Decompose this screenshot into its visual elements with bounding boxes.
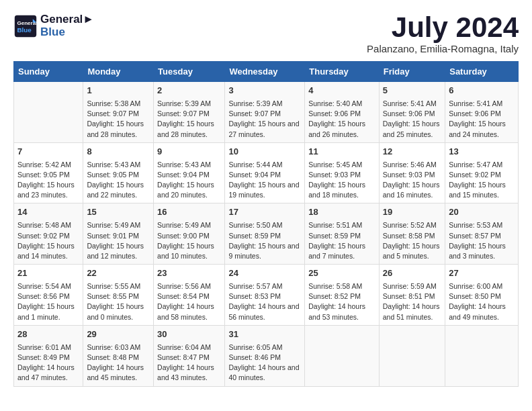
col-thursday: Thursday bbox=[305, 62, 380, 82]
day-info: Sunrise: 5:46 AMSunset: 9:03 PMDaylight:… bbox=[383, 160, 441, 201]
calendar-cell: 24Sunrise: 5:57 AMSunset: 8:53 PMDayligh… bbox=[225, 265, 305, 326]
calendar-cell: 28Sunrise: 6:01 AMSunset: 8:49 PMDayligh… bbox=[14, 325, 83, 386]
calendar-cell bbox=[305, 325, 380, 386]
calendar-cell: 1Sunrise: 5:38 AMSunset: 9:07 PMDaylight… bbox=[83, 82, 154, 143]
day-number: 24 bbox=[228, 267, 301, 280]
day-number: 15 bbox=[87, 206, 150, 219]
calendar-cell: 18Sunrise: 5:51 AMSunset: 8:59 PMDayligh… bbox=[305, 203, 380, 265]
month-title: July 2024 bbox=[367, 13, 519, 42]
calendar-cell: 30Sunrise: 6:04 AMSunset: 8:47 PMDayligh… bbox=[154, 325, 225, 386]
day-info: Sunrise: 5:55 AMSunset: 8:55 PMDaylight:… bbox=[87, 281, 150, 322]
header: General Blue General► Blue July 2024 Pal… bbox=[13, 13, 519, 54]
day-number: 11 bbox=[308, 146, 375, 158]
calendar-cell: 25Sunrise: 5:58 AMSunset: 8:52 PMDayligh… bbox=[305, 265, 380, 326]
day-number: 21 bbox=[17, 267, 79, 280]
day-info: Sunrise: 6:00 AMSunset: 8:50 PMDaylight:… bbox=[449, 281, 515, 322]
day-info: Sunrise: 5:40 AMSunset: 9:06 PMDaylight:… bbox=[308, 99, 375, 140]
day-info: Sunrise: 5:51 AMSunset: 8:59 PMDaylight:… bbox=[308, 220, 375, 261]
page-container: General Blue General► Blue July 2024 Pal… bbox=[13, 13, 519, 387]
calendar-cell: 11Sunrise: 5:45 AMSunset: 9:03 PMDayligh… bbox=[305, 142, 380, 203]
calendar-cell: 31Sunrise: 6:05 AMSunset: 8:46 PMDayligh… bbox=[225, 325, 305, 386]
calendar-cell: 14Sunrise: 5:48 AMSunset: 9:02 PMDayligh… bbox=[14, 203, 83, 265]
calendar-cell: 17Sunrise: 5:50 AMSunset: 8:59 PMDayligh… bbox=[225, 203, 305, 265]
calendar-cell: 23Sunrise: 5:56 AMSunset: 8:54 PMDayligh… bbox=[154, 265, 225, 326]
logo-line2: Blue bbox=[40, 26, 94, 39]
day-info: Sunrise: 5:41 AMSunset: 9:06 PMDaylight:… bbox=[449, 99, 515, 140]
day-info: Sunrise: 5:58 AMSunset: 8:52 PMDaylight:… bbox=[308, 281, 375, 322]
day-info: Sunrise: 6:01 AMSunset: 8:49 PMDaylight:… bbox=[17, 342, 79, 383]
calendar-week-row: 21Sunrise: 5:54 AMSunset: 8:56 PMDayligh… bbox=[14, 265, 519, 326]
day-number: 5 bbox=[383, 85, 441, 97]
calendar-cell: 16Sunrise: 5:49 AMSunset: 9:00 PMDayligh… bbox=[154, 203, 225, 265]
calendar-cell: 20Sunrise: 5:53 AMSunset: 8:57 PMDayligh… bbox=[445, 203, 519, 265]
logo-text-block: General► Blue bbox=[40, 13, 94, 38]
day-number: 14 bbox=[17, 206, 79, 219]
day-info: Sunrise: 5:54 AMSunset: 8:56 PMDaylight:… bbox=[17, 281, 79, 322]
calendar-cell bbox=[445, 325, 519, 386]
day-number: 28 bbox=[17, 328, 79, 341]
logo-line1: General► bbox=[40, 13, 94, 26]
calendar-cell: 8Sunrise: 5:43 AMSunset: 9:05 PMDaylight… bbox=[83, 142, 154, 203]
logo: General Blue General► Blue bbox=[13, 13, 94, 38]
day-info: Sunrise: 5:59 AMSunset: 8:51 PMDaylight:… bbox=[383, 281, 441, 322]
col-friday: Friday bbox=[379, 62, 445, 82]
svg-text:Blue: Blue bbox=[17, 26, 32, 34]
day-info: Sunrise: 5:48 AMSunset: 9:02 PMDaylight:… bbox=[17, 220, 79, 261]
calendar-week-row: 14Sunrise: 5:48 AMSunset: 9:02 PMDayligh… bbox=[14, 203, 519, 265]
day-info: Sunrise: 5:44 AMSunset: 9:04 PMDaylight:… bbox=[228, 160, 301, 201]
calendar-cell: 29Sunrise: 6:03 AMSunset: 8:48 PMDayligh… bbox=[83, 325, 154, 386]
logo-icon: General Blue bbox=[13, 14, 38, 38]
day-info: Sunrise: 5:50 AMSunset: 8:59 PMDaylight:… bbox=[228, 220, 301, 261]
calendar-cell: 21Sunrise: 5:54 AMSunset: 8:56 PMDayligh… bbox=[14, 265, 83, 326]
day-info: Sunrise: 5:49 AMSunset: 9:00 PMDaylight:… bbox=[157, 220, 221, 261]
calendar-week-row: 7Sunrise: 5:42 AMSunset: 9:05 PMDaylight… bbox=[14, 142, 519, 203]
day-number: 8 bbox=[87, 146, 150, 158]
day-number: 20 bbox=[449, 206, 515, 219]
location-subtitle: Palanzano, Emilia-Romagna, Italy bbox=[367, 43, 519, 54]
day-number: 19 bbox=[383, 206, 441, 219]
col-monday: Monday bbox=[83, 62, 154, 82]
calendar-cell: 13Sunrise: 5:47 AMSunset: 9:02 PMDayligh… bbox=[445, 142, 519, 203]
day-number: 29 bbox=[87, 328, 150, 341]
calendar-cell: 26Sunrise: 5:59 AMSunset: 8:51 PMDayligh… bbox=[379, 265, 445, 326]
calendar-cell: 3Sunrise: 5:39 AMSunset: 9:07 PMDaylight… bbox=[225, 82, 305, 143]
day-info: Sunrise: 6:03 AMSunset: 8:48 PMDaylight:… bbox=[87, 342, 150, 383]
day-number: 18 bbox=[308, 206, 375, 219]
calendar-cell bbox=[379, 325, 445, 386]
day-number: 7 bbox=[17, 146, 79, 158]
calendar-table: Sunday Monday Tuesday Wednesday Thursday… bbox=[13, 61, 519, 387]
calendar-cell: 27Sunrise: 6:00 AMSunset: 8:50 PMDayligh… bbox=[445, 265, 519, 326]
logo-general: General bbox=[40, 13, 83, 26]
day-number: 27 bbox=[449, 267, 515, 280]
title-block: July 2024 Palanzano, Emilia-Romagna, Ita… bbox=[367, 13, 519, 54]
day-number: 12 bbox=[383, 146, 441, 158]
day-info: Sunrise: 5:41 AMSunset: 9:06 PMDaylight:… bbox=[383, 99, 441, 140]
day-info: Sunrise: 5:49 AMSunset: 9:01 PMDaylight:… bbox=[87, 220, 150, 261]
calendar-cell: 4Sunrise: 5:40 AMSunset: 9:06 PMDaylight… bbox=[305, 82, 380, 143]
day-info: Sunrise: 5:38 AMSunset: 9:07 PMDaylight:… bbox=[87, 99, 150, 140]
calendar-cell: 12Sunrise: 5:46 AMSunset: 9:03 PMDayligh… bbox=[379, 142, 445, 203]
col-tuesday: Tuesday bbox=[154, 62, 225, 82]
col-wednesday: Wednesday bbox=[225, 62, 305, 82]
calendar-cell: 10Sunrise: 5:44 AMSunset: 9:04 PMDayligh… bbox=[225, 142, 305, 203]
day-info: Sunrise: 5:45 AMSunset: 9:03 PMDaylight:… bbox=[308, 160, 375, 201]
calendar-cell bbox=[14, 82, 83, 143]
day-number: 16 bbox=[157, 206, 221, 219]
calendar-cell: 22Sunrise: 5:55 AMSunset: 8:55 PMDayligh… bbox=[83, 265, 154, 326]
day-info: Sunrise: 6:05 AMSunset: 8:46 PMDaylight:… bbox=[228, 342, 301, 383]
calendar-week-row: 28Sunrise: 6:01 AMSunset: 8:49 PMDayligh… bbox=[14, 325, 519, 386]
day-info: Sunrise: 5:39 AMSunset: 9:07 PMDaylight:… bbox=[228, 99, 301, 140]
calendar-cell: 2Sunrise: 5:39 AMSunset: 9:07 PMDaylight… bbox=[154, 82, 225, 143]
col-saturday: Saturday bbox=[445, 62, 519, 82]
calendar-cell: 15Sunrise: 5:49 AMSunset: 9:01 PMDayligh… bbox=[83, 203, 154, 265]
day-info: Sunrise: 5:57 AMSunset: 8:53 PMDaylight:… bbox=[228, 281, 301, 322]
day-number: 31 bbox=[228, 328, 301, 341]
calendar-cell: 6Sunrise: 5:41 AMSunset: 9:06 PMDaylight… bbox=[445, 82, 519, 143]
header-row: Sunday Monday Tuesday Wednesday Thursday… bbox=[14, 62, 519, 82]
day-number: 9 bbox=[157, 146, 221, 158]
day-info: Sunrise: 5:56 AMSunset: 8:54 PMDaylight:… bbox=[157, 281, 221, 322]
day-number: 13 bbox=[449, 146, 515, 158]
day-number: 4 bbox=[308, 85, 375, 97]
day-info: Sunrise: 5:52 AMSunset: 8:58 PMDaylight:… bbox=[383, 220, 441, 261]
day-number: 3 bbox=[228, 85, 301, 97]
